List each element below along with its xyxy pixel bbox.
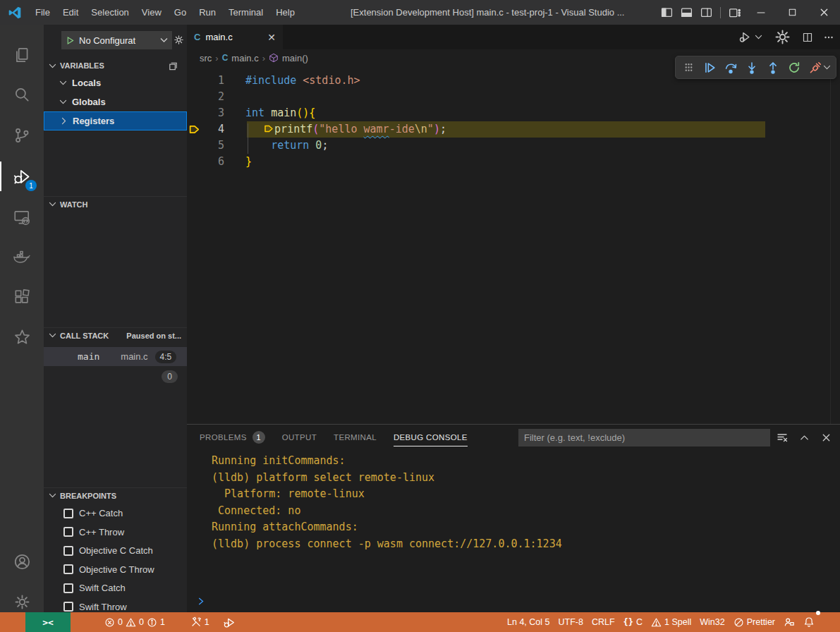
collapse-all-icon[interactable] <box>168 61 178 71</box>
breakpoint-c-throw[interactable]: C++ Throw <box>44 523 187 542</box>
customize-layout-icon[interactable] <box>725 0 745 25</box>
step-into-icon[interactable] <box>743 59 760 76</box>
toggle-panel-icon[interactable] <box>676 0 696 25</box>
code-line-3[interactable]: 3int main(){ <box>187 105 840 121</box>
code-line-2[interactable]: 2 <box>187 89 840 105</box>
restart-icon[interactable] <box>786 59 803 76</box>
chevron-down-icon[interactable] <box>754 32 763 42</box>
disconnect-icon[interactable] <box>807 59 824 76</box>
code-line-4[interactable]: 4 printf("hello wamr-ide\n"); <box>187 121 840 138</box>
current-frame-arrow-icon[interactable] <box>189 124 200 135</box>
menu-file[interactable]: File <box>29 0 56 25</box>
watch-section-header[interactable]: WATCH <box>44 196 187 212</box>
close-icon[interactable] <box>821 432 832 443</box>
ellipsis-icon[interactable] <box>823 32 834 43</box>
checkbox[interactable] <box>63 583 73 593</box>
code-line-5[interactable]: 5 return 0; <box>187 138 840 154</box>
account-icon <box>13 552 32 571</box>
activity-item-run-and-debug[interactable]: 1 <box>0 159 44 194</box>
debug-status[interactable] <box>219 612 240 632</box>
breakpoints-section-header[interactable]: BREAKPOINTS <box>44 487 187 503</box>
notifications[interactable] <box>799 612 819 632</box>
debug-config-dropdown[interactable]: No Configurat <box>61 31 172 49</box>
cursor-position[interactable]: Ln 4, Col 5 <box>503 612 554 632</box>
split-icon[interactable] <box>802 32 813 43</box>
minimize-button[interactable] <box>745 0 777 25</box>
chevron-down-icon[interactable] <box>822 63 832 72</box>
activity-item-wamr-ide[interactable] <box>0 320 44 355</box>
remote-indicator[interactable]: >< <box>25 612 71 632</box>
problems-count-badge: 1 <box>252 431 265 444</box>
platform-status[interactable]: Win32 <box>695 612 729 632</box>
variables-scope-globals[interactable]: Globals <box>44 92 187 111</box>
activity-item-search[interactable] <box>0 77 44 112</box>
encoding-status[interactable]: UTF-8 <box>554 612 587 632</box>
start-debugging-icon[interactable] <box>66 36 75 45</box>
menu-view[interactable]: View <box>135 0 168 25</box>
variables-section-header[interactable]: VARIABLES <box>44 58 187 73</box>
menu-help[interactable]: Help <box>269 0 301 25</box>
gear-icon[interactable] <box>773 28 792 47</box>
panel-tab-problems[interactable]: PROBLEMS1 <box>200 425 265 450</box>
tab-strip: C main.c ✕ <box>187 25 840 49</box>
close-button[interactable] <box>808 0 840 25</box>
toggle-secondary-sidebar-icon[interactable] <box>696 0 716 25</box>
activity-item-docker[interactable] <box>0 240 44 275</box>
activity-item-accounts[interactable] <box>0 544 44 579</box>
breakpoint-swift-catch[interactable]: Swift Catch <box>44 578 187 597</box>
console-filter-input[interactable] <box>518 429 770 446</box>
docker-icon <box>13 248 31 267</box>
spell-checker-status[interactable]: 1 Spell <box>647 612 695 632</box>
chevron-up-icon[interactable] <box>799 432 810 443</box>
breakpoint-swift-throw[interactable]: Swift Throw <box>44 597 187 613</box>
feedback[interactable] <box>779 612 799 632</box>
editor-scrollbar[interactable] <box>830 66 840 424</box>
checkbox[interactable] <box>63 602 73 612</box>
menu-selection[interactable]: Selection <box>85 0 135 25</box>
continue-icon[interactable] <box>701 59 718 76</box>
line-number: 2 <box>201 89 224 105</box>
checkbox[interactable] <box>63 564 73 574</box>
menu-run[interactable]: Run <box>193 0 222 25</box>
activity-item-extensions[interactable] <box>0 280 44 315</box>
panel-tab-terminal[interactable]: TERMINAL <box>334 425 377 450</box>
panel-tab-debug-console[interactable]: DEBUG CONSOLE <box>394 425 468 450</box>
breakpoint-c-catch[interactable]: C++ Catch <box>44 504 187 523</box>
console-prompt[interactable] <box>197 597 206 606</box>
checkbox[interactable] <box>63 546 73 556</box>
tab-main-c[interactable]: C main.c ✕ <box>187 25 283 49</box>
tools-status[interactable]: 1 <box>186 612 214 632</box>
breakpoint-label: C++ Throw <box>79 527 124 537</box>
activity-item-remote-explorer[interactable] <box>0 200 44 235</box>
code-area[interactable]: 1#include <stdio.h>23int main(){4 printf… <box>187 66 840 424</box>
menu-go[interactable]: Go <box>168 0 193 25</box>
menu-edit[interactable]: Edit <box>56 0 85 25</box>
launch-json-gear-icon[interactable] <box>173 34 185 46</box>
call-stack-frame[interactable]: main main.c 4:5 <box>44 347 187 366</box>
language-mode[interactable]: {} C <box>619 612 647 632</box>
run-debug-icon[interactable] <box>739 31 751 43</box>
checkbox[interactable] <box>63 527 73 537</box>
step-out-icon[interactable] <box>765 59 781 76</box>
person-feedback-icon <box>784 616 795 628</box>
call-stack-section-header[interactable]: CALL STACK Paused on st... <box>44 327 187 343</box>
menu-terminal[interactable]: Terminal <box>222 0 269 25</box>
formatter-status[interactable]: Prettier <box>729 612 779 632</box>
activity-item-source-control[interactable] <box>0 118 44 153</box>
variables-scope-registers[interactable]: Registers <box>44 111 187 130</box>
maximize-button[interactable] <box>777 0 808 25</box>
panel-tab-output[interactable]: OUTPUT <box>282 425 317 450</box>
code-line-6[interactable]: 6} <box>187 154 840 170</box>
eol-status[interactable]: CRLF <box>588 612 619 632</box>
close-tab-icon[interactable]: ✕ <box>267 32 276 43</box>
toggle-sidebar-icon[interactable] <box>657 0 676 25</box>
clear-icon[interactable] <box>777 432 788 443</box>
breakpoint-objective-c-catch[interactable]: Objective C Catch <box>44 541 187 560</box>
variables-scope-locals[interactable]: Locals <box>44 73 187 92</box>
activity-item-explorer[interactable] <box>0 37 44 73</box>
breakpoint-objective-c-throw[interactable]: Objective C Throw <box>44 560 187 579</box>
checkbox[interactable] <box>63 509 73 518</box>
step-over-icon[interactable] <box>722 59 739 76</box>
star-icon <box>13 328 32 347</box>
problems-status[interactable]: 0 0 1 <box>100 612 169 632</box>
